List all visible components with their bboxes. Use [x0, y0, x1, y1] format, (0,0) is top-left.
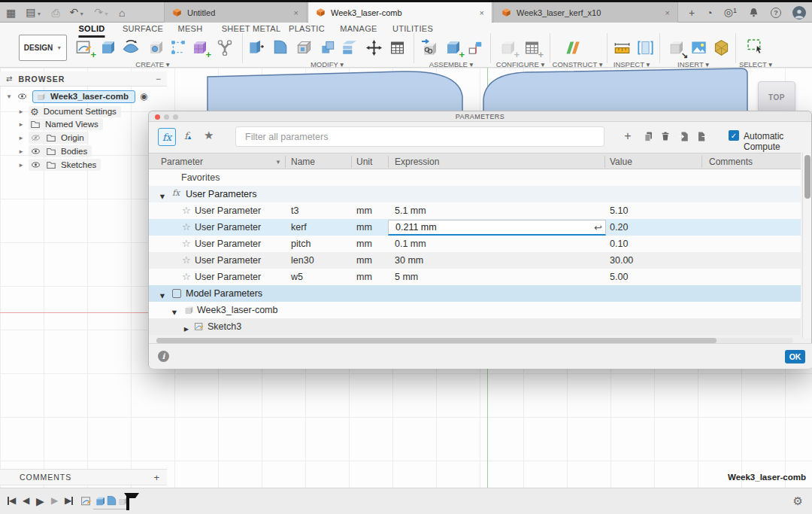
- collapse-panel-icon[interactable]: ⇄: [6, 75, 12, 83]
- chevron-right-icon[interactable]: ▸: [18, 120, 24, 128]
- app-grid-icon[interactable]: ▦: [6, 8, 16, 18]
- revolve-button[interactable]: [121, 38, 141, 57]
- redo-button[interactable]: ↷▼: [94, 7, 109, 18]
- doc-tab-week3-laser-kerf-x10[interactable]: Week3_laser_kerf_x10 ×: [493, 2, 678, 23]
- canvas-button[interactable]: [689, 38, 708, 57]
- param-row-len30[interactable]: ☆ User Parameter len30 mm 30 mm 30.00: [149, 252, 801, 269]
- timeline-settings-gear-icon[interactable]: ⚙: [793, 494, 803, 508]
- favorite-star-icon[interactable]: ☆: [182, 205, 191, 216]
- column-name[interactable]: Name: [291, 157, 315, 167]
- section-analysis-button[interactable]: [635, 38, 655, 57]
- param-name[interactable]: pitch: [291, 239, 311, 249]
- param-row-kerf[interactable]: ☆ User Parameter kerf mm ↩ 0.20: [149, 219, 801, 236]
- column-parameter[interactable]: Parameter: [161, 157, 203, 167]
- user-avatar[interactable]: [792, 6, 806, 20]
- import-csv-button[interactable]: [677, 129, 690, 143]
- param-expression[interactable]: 0.1 mm: [395, 239, 426, 249]
- workspace-selector[interactable]: DESIGN ▼: [19, 35, 67, 61]
- param-name[interactable]: kerf: [291, 222, 307, 233]
- construct-plane-button[interactable]: [562, 38, 582, 57]
- info-icon[interactable]: i: [158, 351, 169, 362]
- configure-button[interactable]: +: [498, 38, 517, 57]
- param-row-w5[interactable]: ☆ User Parameter w5 mm 5 mm 5.00: [149, 269, 801, 285]
- user-parameters-filter-icon[interactable]: f▴: [184, 130, 191, 141]
- favorite-star-icon[interactable]: ☆: [182, 254, 191, 266]
- inspect-group-label[interactable]: INSPECT ▾: [614, 60, 650, 68]
- add-parameter-button[interactable]: +: [621, 129, 635, 143]
- add-comment-icon[interactable]: +: [153, 472, 159, 483]
- user-parameters-group-row[interactable]: ▾ fx User Parameters: [149, 186, 801, 202]
- favorites-filter-icon[interactable]: ★: [204, 129, 214, 142]
- select-group-label[interactable]: SELECT ▾: [739, 60, 772, 68]
- create-group-label[interactable]: CREATE ▾: [135, 60, 169, 68]
- assemble-group-label[interactable]: ASSEMBLE ▾: [429, 60, 474, 68]
- vertical-scrollbar-thumb[interactable]: [804, 155, 810, 199]
- close-icon[interactable]: ×: [480, 8, 484, 17]
- press-pull-button[interactable]: [246, 38, 265, 57]
- browser-item-named-views[interactable]: ▸ Named Views: [18, 117, 103, 131]
- browser-item-bodies[interactable]: ▸ Bodies: [18, 144, 92, 158]
- step-back-button[interactable]: ◀: [23, 495, 29, 506]
- expression-input[interactable]: [389, 222, 577, 233]
- insert-mesh-button[interactable]: ↘: [666, 38, 686, 57]
- chevron-down-icon[interactable]: ▾: [6, 93, 12, 100]
- favorites-row[interactable]: Favorites: [149, 169, 801, 186]
- create-form-button[interactable]: +: [189, 38, 209, 57]
- horizontal-scrollbar-thumb[interactable]: [156, 338, 717, 343]
- horizontal-scrollbar[interactable]: [156, 338, 793, 343]
- configuration-table-button[interactable]: +: [522, 38, 541, 57]
- pattern-button[interactable]: [168, 38, 188, 57]
- eye-off-icon[interactable]: [30, 133, 41, 142]
- home-icon[interactable]: ⌂: [119, 8, 125, 18]
- derive-button[interactable]: [420, 38, 439, 57]
- model-sketch-row[interactable]: ▸ Sketch3: [149, 318, 801, 335]
- favorite-star-icon[interactable]: ☆: [182, 271, 191, 282]
- change-parameters-button[interactable]: [387, 38, 407, 57]
- browser-item-sketches[interactable]: ▸ Sketches: [18, 158, 101, 172]
- shell-button[interactable]: [294, 38, 314, 57]
- favorite-star-icon[interactable]: ☆: [182, 221, 191, 233]
- ribbon-tab-sheet-metal[interactable]: SHEET METAL: [222, 24, 281, 35]
- favorite-star-icon[interactable]: ☆: [182, 238, 191, 249]
- param-name[interactable]: t3: [291, 205, 298, 216]
- construct-group-label[interactable]: CONSTRUCT ▾: [553, 60, 603, 68]
- revert-icon[interactable]: ↩: [594, 222, 605, 233]
- measure-button[interactable]: [612, 38, 632, 57]
- column-comments[interactable]: Comments: [709, 157, 753, 167]
- column-value[interactable]: Value: [610, 157, 632, 167]
- chevron-down-icon[interactable]: ▾: [159, 290, 165, 301]
- param-row-t3[interactable]: ☆ User Parameter t3 mm 5.1 mm 5.10: [149, 202, 801, 219]
- duplicate-parameter-button[interactable]: [641, 129, 655, 143]
- close-icon[interactable]: ×: [294, 8, 298, 17]
- close-icon[interactable]: ×: [665, 8, 670, 17]
- ok-button[interactable]: OK: [785, 350, 805, 363]
- param-name[interactable]: w5: [291, 272, 303, 282]
- chevron-down-icon[interactable]: ▾: [171, 306, 177, 318]
- chevron-right-icon[interactable]: ▸: [18, 134, 24, 141]
- help-icon[interactable]: ?: [771, 8, 781, 18]
- save-icon[interactable]: ⎙: [51, 8, 59, 18]
- view-cube[interactable]: TOP: [758, 81, 795, 113]
- decal-button[interactable]: [711, 38, 731, 57]
- notifications-bell-icon[interactable]: [748, 7, 759, 18]
- modify-group-label[interactable]: MODIFY ▾: [311, 60, 344, 68]
- param-expression[interactable]: 5 mm: [395, 272, 418, 282]
- param-name[interactable]: len30: [291, 255, 314, 266]
- chevron-right-icon[interactable]: ▸: [183, 323, 189, 334]
- go-to-beginning-button[interactable]: ◀: [8, 495, 16, 506]
- play-button[interactable]: ▶: [36, 495, 44, 507]
- job-status-icon[interactable]: ◎1: [724, 7, 737, 18]
- browser-root-node[interactable]: ▾ Week3_laser-comb ◉: [6, 90, 147, 103]
- doc-tab-untitled[interactable]: Untitled ×: [164, 2, 307, 23]
- timeline-sketch-feature[interactable]: [80, 494, 92, 507]
- browser-item-document-settings[interactable]: ▸ ⚙ Document Settings: [18, 105, 121, 118]
- go-to-end-button[interactable]: ▶: [65, 495, 73, 506]
- new-tab-button[interactable]: +: [689, 8, 695, 18]
- ribbon-tab-mesh[interactable]: MESH: [178, 24, 203, 35]
- file-menu-button[interactable]: ▤▼: [26, 7, 41, 18]
- joint-button[interactable]: [465, 38, 485, 57]
- configure-group-label[interactable]: CONFIGURE ▾: [496, 60, 544, 68]
- step-forward-button[interactable]: ▶: [51, 495, 58, 506]
- browser-item-origin[interactable]: ▸ Origin: [18, 131, 89, 144]
- ribbon-tab-manage[interactable]: MANAGE: [340, 24, 377, 35]
